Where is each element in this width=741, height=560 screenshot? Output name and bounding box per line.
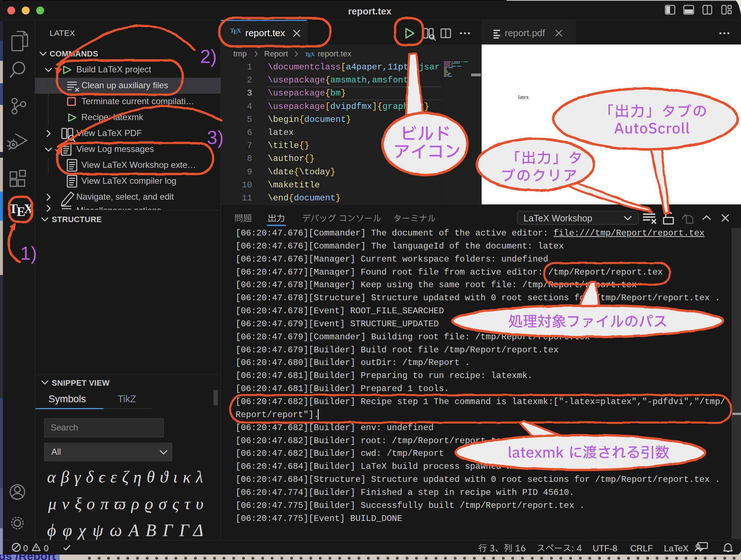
svg-text:3): 3) xyxy=(207,127,224,148)
svg-text:X: X xyxy=(311,51,315,57)
svg-text:2): 2) xyxy=(200,46,217,67)
svg-text:1): 1) xyxy=(20,243,37,264)
svg-text:X: X xyxy=(237,27,241,34)
